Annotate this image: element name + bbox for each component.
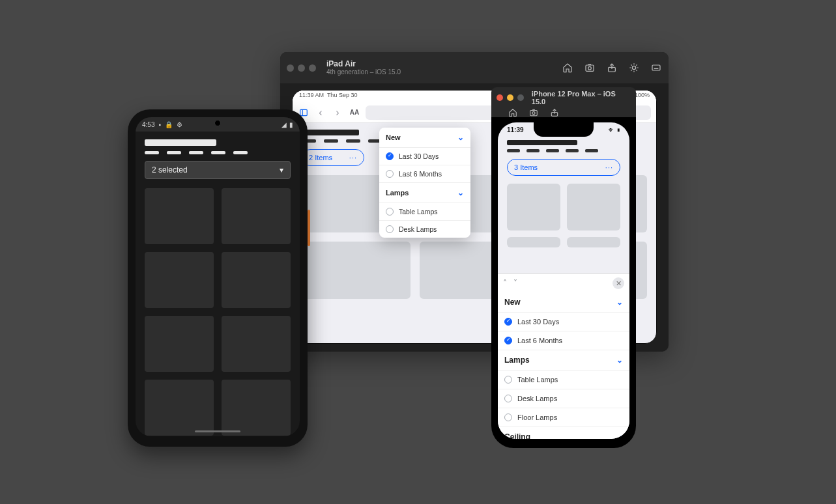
svg-point-3 — [632, 66, 635, 69]
zoom-window-icon[interactable] — [309, 64, 316, 72]
appearance-icon[interactable] — [628, 62, 640, 74]
filter-select-label: 2 selected — [152, 165, 188, 175]
product-card[interactable] — [222, 380, 291, 436]
option-label: Last 6 Months — [517, 337, 562, 344]
svg-point-1 — [588, 66, 592, 70]
sheet-option[interactable]: Floor Lamps — [498, 408, 629, 427]
battery-icon: ▮ — [289, 121, 293, 128]
android-page-content: 2 selected ▾ — [136, 132, 300, 436]
sheet-option[interactable]: Last 6 Months — [498, 331, 629, 350]
product-card[interactable] — [222, 252, 291, 308]
product-card[interactable] — [145, 380, 214, 436]
minimize-window-icon[interactable] — [507, 94, 513, 101]
ipad-titlebar-actions — [562, 62, 662, 74]
reader-aa-icon[interactable]: AA — [349, 107, 360, 119]
sheet-option[interactable]: Desk Lamps — [498, 389, 629, 408]
iphone-notch — [534, 122, 594, 137]
keyboard-icon[interactable] — [650, 62, 662, 74]
popover-option[interactable]: Last 30 Days — [379, 147, 470, 165]
svg-rect-4 — [652, 65, 660, 70]
popover-section-header[interactable]: Lamps ⌄ — [379, 182, 470, 203]
sheet-prev-icon[interactable]: ˄ — [503, 279, 507, 288]
close-window-icon[interactable] — [287, 64, 294, 72]
popover-option[interactable]: Last 6 Months — [379, 165, 470, 182]
minimize-window-icon[interactable] — [298, 64, 305, 72]
option-label: Floor Lamps — [517, 413, 557, 421]
ipad-title: iPad Air — [326, 60, 558, 68]
dropdown-caret-icon: ▾ — [280, 165, 283, 175]
sheet-section-header[interactable]: Ceiling › — [498, 427, 629, 439]
sheet-section-header[interactable]: New ⌄ — [498, 292, 629, 312]
filter-select[interactable]: 2 selected ▾ — [145, 161, 291, 179]
iphone-screen: 11:39 ᯤ ▮ 3 Items ··· — [498, 122, 629, 439]
android-front-camera — [214, 120, 221, 126]
radio-unchecked-icon — [386, 225, 394, 233]
category-tabs[interactable] — [507, 149, 620, 152]
iphone-status-time: 11:39 — [507, 126, 524, 133]
product-card[interactable] — [302, 242, 411, 299]
sheet-option[interactable]: Table Lamps — [498, 370, 629, 389]
nav-forward-icon[interactable]: › — [332, 107, 343, 119]
sheet-close-button[interactable]: ✕ — [613, 277, 624, 289]
svg-rect-0 — [586, 65, 594, 71]
window-traffic-lights[interactable] — [287, 64, 316, 72]
iphone-titlebar: iPhone 12 Pro Max – iOS 15.0 — [491, 87, 636, 117]
share-icon[interactable] — [549, 107, 560, 119]
radio-unchecked-icon — [386, 208, 394, 216]
product-card[interactable] — [507, 184, 560, 231]
radio-unchecked-icon — [504, 376, 512, 384]
product-card[interactable] — [145, 252, 214, 308]
popover-option[interactable]: Table Lamps — [379, 203, 470, 220]
notification-icon: ▪ — [158, 121, 161, 128]
chevron-down-icon: ⌄ — [616, 356, 623, 365]
category-tabs[interactable] — [145, 151, 291, 154]
chevron-right-icon: › — [620, 432, 623, 439]
filter-pill-label: 2 Items — [309, 154, 332, 161]
product-card[interactable] — [145, 316, 214, 372]
filter-pill[interactable]: 2 Items ··· — [302, 149, 364, 166]
filter-pill-menu-icon[interactable]: ··· — [605, 163, 613, 171]
svg-rect-5 — [300, 109, 308, 115]
iphone-device-frame: 11:39 ᯤ ▮ 3 Items ··· — [491, 117, 636, 448]
sheet-next-icon[interactable]: ˅ — [513, 279, 517, 288]
ipad-title-block: iPad Air 4th generation – iOS 15.0 — [326, 60, 558, 76]
android-device-frame: 4:53 ▪ 🔒 ⚙ ◢ ▮ 2 selected ▾ — [128, 109, 308, 447]
filter-pill-label: 3 Items — [514, 163, 538, 171]
option-label: Last 30 Days — [399, 152, 439, 160]
product-card[interactable] — [145, 188, 214, 244]
home-icon[interactable] — [507, 107, 519, 119]
sheet-option[interactable]: Last 30 Days — [498, 312, 629, 331]
product-card[interactable] — [222, 316, 291, 372]
android-status-time: 4:53 — [142, 121, 154, 128]
screenshot-icon[interactable] — [528, 107, 540, 119]
filter-pill[interactable]: 3 Items ··· — [507, 159, 620, 176]
popover-section-header[interactable]: New ⌄ — [379, 128, 470, 147]
sheet-section-header[interactable]: Lamps ⌄ — [498, 350, 629, 370]
radio-unchecked-icon — [504, 413, 512, 421]
home-icon[interactable] — [562, 62, 573, 74]
sheet-controls: ˄ ˅ ✕ — [498, 274, 629, 292]
product-card[interactable] — [567, 237, 620, 247]
zoom-window-icon[interactable] — [517, 94, 524, 101]
filter-bottom-sheet: ˄ ˅ ✕ New ⌄ Last 30 Days Last 6 Months — [498, 273, 629, 439]
screenshot-icon[interactable] — [584, 62, 596, 74]
share-icon[interactable] — [606, 62, 618, 74]
close-window-icon[interactable] — [497, 94, 503, 101]
option-label: Last 6 Months — [399, 170, 442, 178]
radio-checked-icon — [504, 318, 512, 326]
iphone-status-icons: ᯤ ▮ — [609, 126, 620, 133]
android-home-indicator[interactable] — [195, 430, 240, 432]
filter-pill-menu-icon[interactable]: ··· — [349, 154, 357, 161]
section-title: New — [504, 298, 521, 307]
nav-back-icon[interactable]: ‹ — [315, 107, 326, 119]
product-card[interactable] — [507, 237, 560, 247]
product-card[interactable] — [567, 184, 620, 231]
radio-checked-icon — [504, 337, 512, 344]
section-title: Lamps — [504, 356, 530, 365]
product-card[interactable] — [222, 188, 291, 244]
svg-rect-6 — [530, 111, 538, 116]
chevron-down-icon: ⌄ — [457, 133, 464, 142]
section-title: Ceiling — [504, 432, 530, 439]
popover-option[interactable]: Desk Lamps — [379, 220, 470, 238]
radio-checked-icon — [386, 152, 394, 160]
